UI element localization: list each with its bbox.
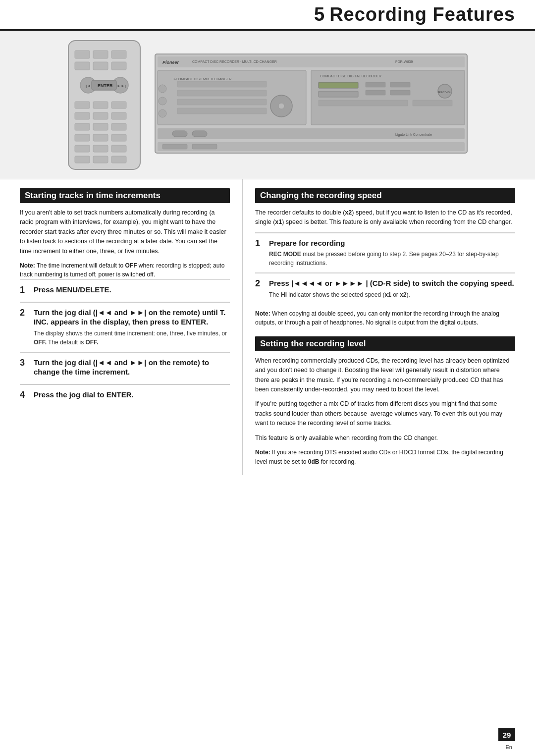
- svg-text:Ligato Link Concentrate: Ligato Link Concentrate: [395, 133, 432, 137]
- svg-rect-42: [177, 90, 267, 96]
- right-section2-para1: When recording commercially produced CDs…: [255, 356, 515, 395]
- svg-rect-2: [93, 51, 108, 58]
- svg-rect-52: [390, 82, 410, 87]
- svg-point-40: [159, 109, 166, 117]
- svg-rect-15: [111, 102, 126, 108]
- step-3: 3 Turn the jog dial (|◄◄ and ►►| on the …: [20, 352, 230, 384]
- page-header: 5 Recording Features: [0, 0, 535, 31]
- svg-rect-65: [192, 144, 217, 149]
- right-column: Changing the recording speed The recorde…: [243, 179, 535, 475]
- step-1-title: Press MENU/DELETE.: [34, 285, 230, 295]
- right-section2-note: Note: If you are recording DTS encoded a…: [255, 448, 515, 466]
- svg-rect-19: [75, 123, 90, 130]
- page-lang: En: [506, 744, 512, 750]
- left-section-header: Starting tracks in time increments: [20, 188, 230, 203]
- svg-rect-30: [111, 156, 126, 163]
- svg-rect-58: [413, 100, 452, 106]
- svg-rect-3: [111, 51, 126, 58]
- svg-text:Pioneer: Pioneer: [162, 60, 179, 65]
- svg-rect-4: [75, 62, 90, 70]
- step-1-number: 1: [20, 285, 29, 296]
- right-section1-note: Note: When copying at double speed, you …: [255, 309, 515, 327]
- device-image: |◄◄ ►►| ENTER: [0, 31, 535, 179]
- step-2-number: 2: [20, 308, 29, 319]
- content-area: Starting tracks in time increments If yo…: [0, 179, 535, 475]
- device-illustration: |◄◄ ►►| ENTER: [51, 33, 484, 177]
- svg-text:REC VOL: REC VOL: [438, 91, 451, 94]
- svg-rect-25: [75, 145, 90, 152]
- svg-rect-22: [75, 134, 90, 141]
- step-1-content: Press MENU/DELETE.: [34, 285, 230, 297]
- svg-rect-6: [111, 62, 126, 70]
- left-note-text: Note: The time increment will default to…: [20, 261, 230, 279]
- right-section1-header: Changing the recording speed: [255, 188, 515, 203]
- svg-text:3-COMPACT DISC MULTI CHANGER: 3-COMPACT DISC MULTI CHANGER: [172, 77, 231, 81]
- svg-rect-44: [177, 108, 267, 114]
- right-section2-para3: This feature is only available when reco…: [255, 433, 515, 443]
- step-4: 4 Press the jog dial to ENTER.: [20, 384, 230, 407]
- right-section1-intro: The recorder defaults to double (x2) spe…: [255, 208, 515, 227]
- svg-rect-51: [366, 82, 385, 87]
- right-step-2-desc: The Hi indicator shows the selected spee…: [269, 290, 515, 299]
- svg-rect-13: [75, 102, 90, 108]
- svg-rect-18: [111, 112, 126, 119]
- svg-text:PDR-W839: PDR-W839: [395, 60, 413, 63]
- svg-rect-49: [319, 82, 358, 88]
- svg-rect-5: [93, 62, 108, 70]
- svg-rect-29: [93, 156, 108, 163]
- svg-rect-16: [75, 112, 90, 119]
- right-section2-header: Setting the recording level: [255, 336, 515, 351]
- svg-rect-57: [319, 100, 408, 106]
- svg-rect-61: [192, 131, 207, 137]
- svg-rect-17: [93, 112, 108, 119]
- svg-rect-41: [177, 81, 267, 87]
- svg-point-38: [159, 85, 166, 93]
- svg-rect-1: [75, 51, 90, 58]
- svg-text:COMPACT DISC DIGITAL RECORDER: COMPACT DISC DIGITAL RECORDER: [320, 74, 381, 78]
- svg-text:COMPACT DISC RECORDER · MULTI-: COMPACT DISC RECORDER · MULTI-CD CHANGER: [192, 60, 277, 63]
- right-step-1-desc: REC MODE must be pressed before going to…: [269, 250, 515, 268]
- page-title: Recording Features: [329, 4, 515, 25]
- step-2-content: Turn the jog dial (|◄◄ and ►►| on the re…: [34, 308, 230, 347]
- svg-point-46: [278, 103, 284, 109]
- step-1: 1 Press MENU/DELETE.: [20, 279, 230, 302]
- step-3-title: Turn the jog dial (|◄◄ and ►►| on the re…: [34, 358, 230, 377]
- svg-text:►►|: ►►|: [117, 84, 126, 88]
- step-4-title: Press the jog dial to ENTER.: [34, 390, 230, 400]
- svg-rect-27: [111, 145, 126, 152]
- step-3-number: 3: [20, 358, 29, 369]
- step-2: 2 Turn the jog dial (|◄◄ and ►►| on the …: [20, 302, 230, 352]
- svg-rect-20: [93, 123, 108, 130]
- step-2-title: Turn the jog dial (|◄◄ and ►►| on the re…: [34, 308, 230, 327]
- right-step-1-title: Prepare for recording: [269, 238, 515, 248]
- svg-rect-53: [366, 90, 385, 95]
- svg-rect-14: [93, 102, 108, 108]
- right-step-2-number: 2: [255, 278, 264, 289]
- remote-control-svg: |◄◄ ►►| ENTER: [66, 38, 143, 172]
- right-step-2-content: Press |◄◄◄◄ or ►►►► | (CD-R side) to swi…: [269, 278, 515, 299]
- svg-rect-43: [177, 99, 267, 105]
- right-step-1-number: 1: [255, 238, 264, 249]
- svg-rect-64: [162, 144, 187, 149]
- svg-text:ENTER: ENTER: [98, 83, 113, 88]
- svg-rect-26: [93, 145, 108, 152]
- left-intro-text: If you aren't able to set track numbers …: [20, 208, 230, 256]
- svg-rect-23: [93, 134, 108, 141]
- svg-rect-24: [111, 134, 126, 141]
- right-step-1-content: Prepare for recording REC MODE must be p…: [269, 238, 515, 268]
- right-step-1: 1 Prepare for recording REC MODE must be…: [255, 233, 515, 273]
- chapter-number: 5: [314, 4, 324, 25]
- right-step-2-title: Press |◄◄◄◄ or ►►►► | (CD-R side) to swi…: [269, 278, 515, 288]
- svg-point-39: [159, 97, 166, 105]
- left-column: Starting tracks in time increments If yo…: [0, 179, 243, 475]
- svg-rect-60: [172, 131, 187, 137]
- step-2-desc: The display shows the current time incre…: [34, 329, 230, 347]
- right-section2-para2: If you're putting together a mix CD of t…: [255, 399, 515, 428]
- step-4-content: Press the jog dial to ENTER.: [34, 390, 230, 402]
- main-unit-svg: Pioneer COMPACT DISC RECORDER · MULTI-CD…: [153, 52, 470, 158]
- svg-rect-28: [75, 156, 90, 163]
- page-number: 29: [498, 728, 515, 741]
- right-step-2: 2 Press |◄◄◄◄ or ►►►► | (CD-R side) to s…: [255, 273, 515, 304]
- step-3-content: Turn the jog dial (|◄◄ and ►►| on the re…: [34, 358, 230, 379]
- svg-rect-21: [111, 123, 126, 130]
